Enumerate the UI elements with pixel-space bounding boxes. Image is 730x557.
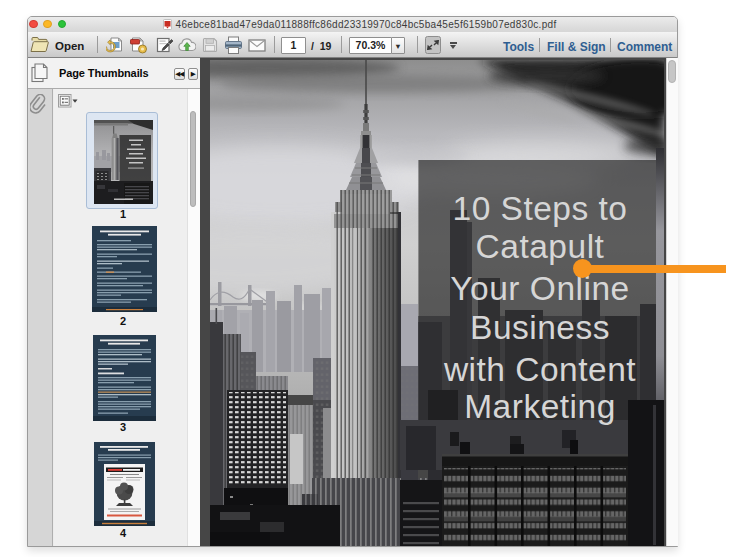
- svg-text:Your Online: Your Online: [450, 270, 629, 307]
- svg-text:10 Steps to: 10 Steps to: [453, 190, 628, 227]
- svg-text:Marketing: Marketing: [464, 388, 616, 425]
- svg-text:Business: Business: [470, 309, 610, 346]
- svg-text:with Content: with Content: [443, 351, 636, 388]
